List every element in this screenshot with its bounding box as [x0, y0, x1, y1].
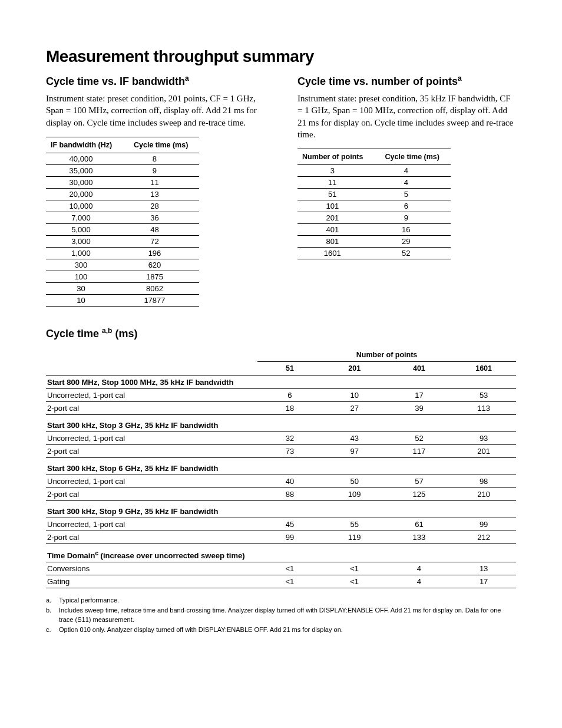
table-row: 80129: [297, 236, 451, 248]
data-cell: 40: [257, 475, 322, 487]
row-label-cell: 2-port cal: [46, 401, 257, 414]
row-label-cell: Uncorrected, 1-port cal: [46, 431, 257, 444]
cycle-time-wide-table: Number of points 512014011601 Start 800 …: [46, 348, 516, 588]
table-row: 5,00048: [46, 223, 199, 235]
group-header-cell: Time Domainc (increase over uncorrected …: [46, 543, 257, 562]
footnote-text: Option 010 only. Analyzer display turned…: [59, 625, 343, 635]
wide-heading-text: Cycle time: [46, 328, 102, 340]
table-row: Uncorrected, 1-port cal6101753: [46, 388, 516, 401]
data-cell: 17: [451, 575, 516, 588]
table-cell: 620: [123, 259, 199, 271]
table-row: 2-port cal7397117201: [46, 444, 516, 457]
table-cell: 801: [297, 236, 375, 248]
group-header-cell: Start 300 kHz, Stop 6 GHz, 35 kHz IF ban…: [46, 457, 257, 475]
left-column: Cycle time vs. IF bandwidtha Instrument …: [46, 71, 265, 307]
table-row: 40,0008: [46, 153, 199, 164]
table-cell: 8062: [123, 282, 199, 294]
footnote: a.Typical performance.: [46, 595, 516, 605]
table-cell: 201: [297, 212, 375, 224]
right-heading-text: Cycle time vs. number of points: [297, 75, 458, 87]
table-cell: 6: [375, 200, 451, 212]
table-row: 2-port cal99119133212: [46, 531, 516, 543]
table-cell: 13: [123, 188, 199, 200]
data-cell: 61: [387, 518, 452, 531]
page-title: Measurement throughput summary: [46, 47, 516, 66]
data-cell: 113: [451, 401, 516, 414]
table-cell: 9: [123, 164, 199, 176]
table-cell: 48: [123, 223, 199, 235]
row-label-cell: Uncorrected, 1-port cal: [46, 388, 257, 401]
data-cell: 55: [322, 518, 387, 531]
pts-th2: Cycle time (ms): [375, 149, 451, 165]
data-cell: 117: [387, 444, 452, 457]
data-cell: 53: [451, 388, 516, 401]
blank-cell: [451, 457, 516, 475]
table-cell: 11: [123, 176, 199, 188]
table-cell: 1875: [123, 271, 199, 282]
blank-cell: [322, 500, 387, 518]
blank-cell: [387, 457, 452, 475]
table-cell: 40,000: [46, 153, 123, 164]
data-cell: 99: [257, 531, 322, 543]
blank-cell: [257, 457, 322, 475]
footnote: b.Includes sweep time, retrace time and …: [46, 605, 516, 625]
table-cell: 17877: [123, 294, 199, 306]
data-cell: 17: [387, 388, 452, 401]
data-cell: 32: [257, 431, 322, 444]
group-header-row: Start 300 kHz, Stop 6 GHz, 35 kHz IF ban…: [46, 457, 516, 475]
data-cell: 88: [257, 487, 322, 500]
table-row: Gating<1<1417: [46, 575, 516, 588]
footnotes: a.Typical performance.b.Includes sweep t…: [46, 595, 516, 634]
right-heading-sup: a: [458, 74, 462, 83]
blank-cell: [451, 543, 516, 562]
table-cell: 100: [46, 271, 123, 282]
right-column: Cycle time vs. number of pointsa Instrum…: [297, 71, 516, 307]
left-description: Instrument state: preset condition, 201 …: [46, 93, 265, 129]
data-cell: 6: [257, 388, 322, 401]
if-bw-th1: IF bandwidth (Hz): [46, 137, 123, 153]
blank-cell: [451, 414, 516, 431]
data-cell: 119: [322, 531, 387, 543]
table-cell: 1,000: [46, 247, 123, 259]
data-cell: 210: [451, 487, 516, 500]
points-table: Number of points Cycle time (ms) 3411451…: [297, 149, 451, 259]
table-row: 35,0009: [46, 164, 199, 176]
right-heading: Cycle time vs. number of pointsa: [297, 74, 516, 88]
footnote-text: Includes sweep time, retrace time and ba…: [59, 605, 516, 625]
table-row: 30,00011: [46, 176, 199, 188]
data-cell: 73: [257, 444, 322, 457]
left-heading: Cycle time vs. IF bandwidtha: [46, 74, 265, 88]
if-bandwidth-table: IF bandwidth (Hz) Cycle time (ms) 40,000…: [46, 137, 199, 307]
right-description: Instrument state: preset condition, 35 k…: [297, 93, 516, 140]
data-cell: 93: [451, 431, 516, 444]
row-label-cell: 2-port cal: [46, 444, 257, 457]
table-cell: 10: [46, 294, 123, 306]
table-row: 34: [297, 165, 451, 177]
pts-th1: Number of points: [297, 149, 375, 165]
wide-span-header: Number of points: [257, 348, 516, 362]
row-label-cell: Uncorrected, 1-port cal: [46, 475, 257, 487]
table-cell: 29: [375, 236, 451, 248]
group-header-cell: Start 300 kHz, Stop 3 GHz, 35 kHz IF ban…: [46, 414, 257, 431]
blank-cell: [257, 414, 322, 431]
data-cell: 4: [387, 575, 452, 588]
table-cell: 35,000: [46, 164, 123, 176]
table-cell: 30,000: [46, 176, 123, 188]
table-row: 1016: [297, 200, 451, 212]
table-row: 1017877: [46, 294, 199, 306]
table-row: 2-port cal182739113: [46, 401, 516, 414]
table-cell: 4: [375, 177, 451, 189]
table-row: 20,00013: [46, 188, 199, 200]
table-cell: 401: [297, 224, 375, 236]
data-cell: 4: [387, 562, 452, 575]
data-cell: 18: [257, 401, 322, 414]
table-cell: 101: [297, 200, 375, 212]
two-column-section: Cycle time vs. IF bandwidtha Instrument …: [46, 71, 516, 307]
wide-col-header: 51: [257, 361, 322, 375]
table-cell: 5: [375, 189, 451, 200]
data-cell: 133: [387, 531, 452, 543]
group-header-row: Start 300 kHz, Stop 3 GHz, 35 kHz IF ban…: [46, 414, 516, 431]
footnote: c.Option 010 only. Analyzer display turn…: [46, 625, 516, 635]
table-cell: 5,000: [46, 223, 123, 235]
table-cell: 36: [123, 212, 199, 223]
